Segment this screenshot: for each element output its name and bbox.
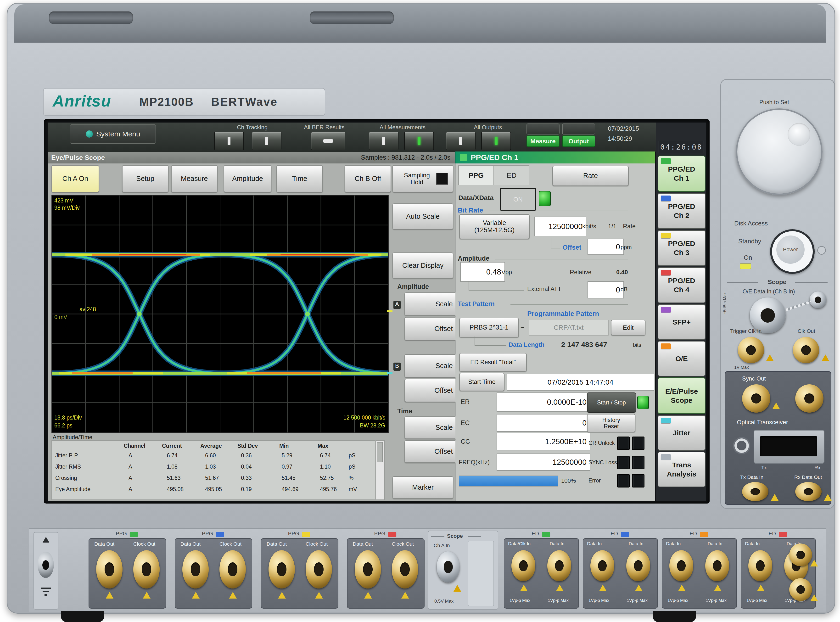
prbs-pattern-button[interactable]: PRBS 2^31-1 [459, 318, 519, 337]
indicator-button-2[interactable] [562, 123, 595, 134]
amplitude-scale-b-button[interactable]: Scale [404, 354, 459, 377]
power-button[interactable]: Power [770, 229, 815, 274]
time-offset-button[interactable]: Offset [404, 441, 459, 463]
ppg3-header: PPG [261, 531, 337, 538]
channel-button-jitter[interactable]: Jitter [658, 415, 706, 451]
all-ber-results-toggle[interactable] [311, 132, 345, 150]
channel-button-ppg-ed-ch4[interactable]: PPG/EDCh 4 [658, 267, 706, 303]
scope-measure-button[interactable]: Measure [171, 165, 218, 192]
hinge-left [49, 12, 133, 24]
rotary-knob[interactable] [736, 108, 823, 195]
blank-plate [468, 541, 494, 606]
data-xdata-toggle[interactable]: ON [500, 188, 536, 211]
rx-label: Rx [814, 465, 821, 471]
oe-color-tag [661, 343, 671, 349]
all-measurements-toggle-1[interactable] [369, 132, 398, 150]
hinge-right [310, 12, 394, 24]
amplitude-offset-a-button[interactable]: Offset [404, 317, 459, 340]
col-header: Channel [124, 443, 145, 449]
tab-ed[interactable]: ED [494, 165, 529, 185]
warning-icon [143, 592, 151, 599]
channel-button-ee-pulse-scope[interactable]: E/E/PulseScope [658, 377, 706, 414]
ed2-block: Data In Data In 1Vp-p Max 1Vp-p Max [583, 538, 658, 608]
clear-display-button[interactable]: Clear Display [392, 253, 453, 279]
warning-icon [192, 592, 200, 599]
sampling-hold-button[interactable]: Sampling Hold [392, 165, 453, 192]
ed3-header: ED [662, 531, 736, 538]
amplitude-offset-b-button[interactable]: Offset [404, 379, 459, 402]
channel-button-oe[interactable]: O/E [658, 341, 706, 377]
auto-scale-button[interactable]: Auto Scale [392, 203, 453, 230]
channel-button-ppg-ed-ch1[interactable]: PPG/EDCh 1 [658, 156, 706, 192]
channel-b-marker: B [393, 363, 401, 371]
bit-rate-variable-button[interactable]: Variable(125M-12.5G) [459, 214, 530, 239]
start-time-button[interactable]: Start Time [459, 373, 505, 391]
system-menu-button[interactable]: System Menu [70, 125, 156, 143]
channel-button-ppg-ed-ch2[interactable]: PPG/EDCh 2 [658, 193, 706, 229]
er-label: ER [461, 398, 470, 406]
ed3-block: Data In Data In 1Vp-p Max 1Vp-p Max [662, 538, 737, 608]
history-reset-button[interactable]: HistoryReset [587, 414, 636, 432]
error-indicator-2 [632, 474, 645, 488]
output-button[interactable]: Output [562, 136, 595, 147]
amplitude-scale-a-button[interactable]: Scale [404, 293, 459, 316]
anritsu-logo: Anritsu [53, 92, 111, 110]
ppg2-color-tag [216, 532, 224, 537]
date-label: 07/02/2015 [608, 125, 639, 133]
sync-loss-indicator-2 [632, 456, 645, 469]
ch-a-on-button[interactable]: Ch A On [52, 165, 99, 192]
progress-percent: 100% [561, 477, 576, 484]
ed3-data-in-connector-2 [705, 550, 729, 581]
start-stop-button[interactable]: Start / Stop [587, 392, 636, 413]
vpp-field[interactable]: 0.48 [460, 262, 505, 282]
power-led [817, 246, 826, 255]
time-scale-button[interactable]: Scale [404, 416, 459, 439]
indicator-button-1[interactable] [526, 123, 559, 134]
ppg2-header: PPG [175, 531, 251, 538]
channel-button-trans-analysis[interactable]: TransAnalysis [658, 451, 706, 487]
table-row: Jitter P-PA 6.746.60 0.365.29 6.74pS [52, 452, 366, 462]
scope-time-button[interactable]: Time [276, 165, 323, 192]
clk-out-label: Clk Out [797, 328, 815, 334]
warning-icon [757, 585, 765, 592]
dust-cap [810, 291, 826, 308]
freq-label: FREQ(kHz) [459, 459, 489, 466]
measure-button[interactable]: Measure [526, 136, 559, 147]
offset-label: Offset [563, 244, 581, 251]
ch-tracking-toggle-1[interactable] [214, 132, 244, 150]
pattern-edit-button[interactable]: Edit [611, 320, 645, 335]
tx-data-in-label: Tx Data In [740, 474, 764, 480]
ch-b-off-button[interactable]: Ch B Off [345, 165, 391, 192]
all-outputs-label: All Outputs [474, 124, 502, 131]
rate-button[interactable]: Rate [552, 166, 629, 186]
scope-section-label: Scope [768, 278, 787, 286]
trans-color-tag [661, 454, 671, 460]
scope-setup-button[interactable]: Setup [122, 165, 168, 192]
channel-button-ppg-ed-ch3[interactable]: PPG/EDCh 3 [658, 230, 706, 266]
all-outputs-toggle-2[interactable] [481, 132, 511, 150]
bit-rate-value-field[interactable]: 12500000 [534, 216, 586, 236]
test-pattern-section-label: Test Pattern [458, 300, 495, 308]
ed1-data-clk-in-connector [511, 550, 535, 581]
all-measurements-toggle-2[interactable] [404, 132, 434, 150]
scope-amplitude-button[interactable]: Amplitude [224, 165, 271, 192]
cr-unlock-label: CR Unlock [588, 440, 615, 446]
pattern-tilde: ~ [520, 324, 524, 331]
start-stop-led [637, 396, 649, 409]
cc-field: 1.2500E+10 [497, 433, 590, 450]
marker-button[interactable]: Marker [392, 476, 453, 499]
offset-value-field[interactable]: 0 [587, 239, 624, 255]
warning-icon [810, 560, 818, 567]
sampling-hold-checkbox[interactable] [436, 173, 448, 185]
ed-result-button[interactable]: ED Result "Total" [459, 353, 527, 372]
table-scrollbar[interactable] [376, 441, 385, 500]
sfp-cage [754, 430, 825, 463]
ground-jack [38, 552, 54, 578]
channel-button-sfp[interactable]: SFP+ [658, 304, 706, 340]
foot-left [61, 611, 104, 622]
bit-rate-ratio: 1/1 [608, 223, 616, 230]
ext-att-field[interactable]: 0 [587, 281, 624, 299]
all-outputs-toggle-1[interactable] [446, 132, 476, 150]
tab-ppg[interactable]: PPG [458, 165, 494, 185]
ch-tracking-toggle-2[interactable] [252, 132, 281, 150]
